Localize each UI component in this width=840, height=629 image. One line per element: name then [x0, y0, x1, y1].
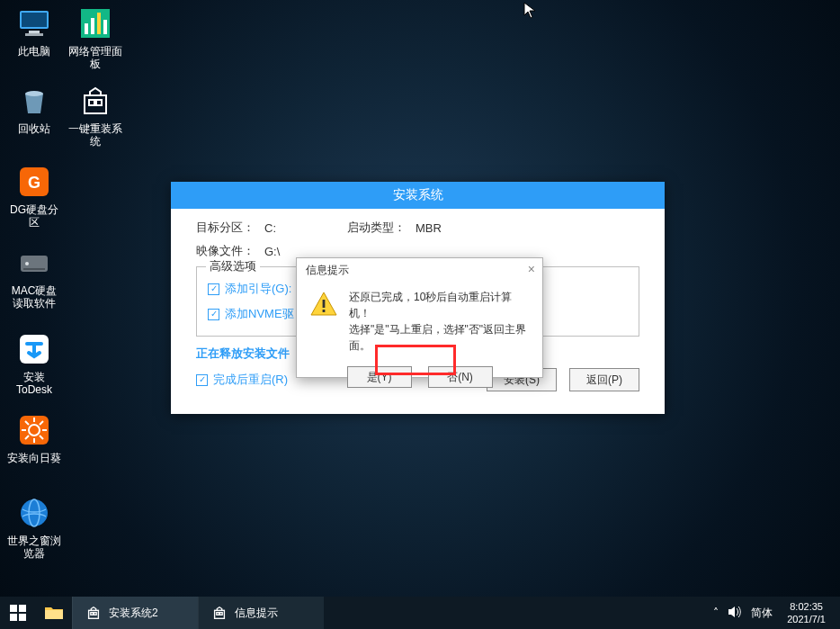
system-tray: ˄ 简体 8:02:35 2021/7/1	[713, 600, 840, 625]
clock-time: 8:02:35	[787, 600, 826, 613]
svg-rect-31	[91, 613, 94, 616]
icon-label: DG硬盘分区	[7, 203, 61, 229]
svg-rect-11	[89, 100, 94, 105]
checkmark-icon: ✓	[196, 374, 208, 386]
boot-type-label: 启动类型：	[347, 220, 410, 236]
yes-button[interactable]: 是(Y)	[347, 366, 412, 388]
svg-rect-1	[22, 13, 47, 27]
sunflower-icon	[16, 412, 52, 448]
recycle-bin-icon	[16, 83, 52, 119]
icon-label: 此电脑	[18, 45, 50, 58]
start-button[interactable]	[0, 597, 36, 629]
svg-rect-29	[45, 610, 63, 619]
svg-rect-23	[323, 300, 326, 308]
desktop-icon-sunflower[interactable]: 安装向日葵	[7, 412, 61, 464]
svg-rect-7	[97, 13, 101, 34]
confirm-dialog: 信息提示 × 还原已完成，10秒后自动重启计算机！ 选择"是"马上重启，选择"否…	[296, 257, 543, 378]
globe-icon	[16, 495, 52, 531]
icon-label: MAC硬盘读取软件	[7, 284, 61, 310]
svg-rect-27	[10, 614, 17, 621]
svg-rect-8	[103, 20, 107, 34]
taskbar: 安装系统2 信息提示 ˄ 简体 8:02:35 2021/7/1	[0, 597, 840, 629]
svg-rect-24	[323, 310, 326, 312]
todesk-icon	[16, 331, 52, 367]
svg-rect-26	[19, 605, 26, 612]
clock[interactable]: 8:02:35 2021/7/1	[782, 600, 831, 625]
checkmark-icon: ✓	[208, 309, 219, 320]
boot-type-value: MBR	[416, 221, 442, 235]
svg-point-16	[25, 262, 29, 265]
windows-icon	[10, 605, 26, 621]
checkmark-icon: ✓	[208, 283, 219, 295]
pc-icon	[16, 5, 52, 41]
checkbox-add-boot[interactable]: ✓ 添加引导(G):	[208, 281, 291, 297]
svg-text:G: G	[28, 174, 40, 192]
svg-rect-12	[96, 100, 102, 105]
taskbar-item-installer[interactable]: 安装系统2	[72, 597, 198, 629]
warning-icon	[309, 289, 338, 319]
taskbar-item-label: 安装系统2	[109, 606, 158, 621]
target-partition-label: 目标分区：	[196, 220, 259, 236]
dialog-line1: 还原已完成，10秒后自动重启计算机！	[349, 289, 530, 321]
desktop-icon-mac-disk[interactable]: MAC硬盘读取软件	[7, 245, 61, 310]
advanced-legend: 高级选项	[206, 258, 260, 274]
svg-rect-32	[94, 613, 96, 616]
taskbar-item-dialog[interactable]: 信息提示	[198, 597, 324, 629]
desktop-icon-recycle-bin[interactable]: 回收站	[7, 83, 61, 135]
folder-icon	[44, 605, 64, 621]
image-file-label: 映像文件：	[196, 243, 259, 259]
svg-rect-17	[23, 268, 45, 270]
svg-rect-6	[91, 18, 94, 34]
desktop-icon-this-pc[interactable]: 此电脑	[7, 5, 61, 58]
desktop-icon-reinstall[interactable]: 一键重装系统	[68, 83, 122, 148]
ime-indicator[interactable]: 简体	[751, 606, 773, 621]
svg-rect-25	[10, 605, 17, 612]
desktop-icon-todesk[interactable]: 安装ToDesk	[7, 331, 61, 396]
taskbar-item-label: 信息提示	[235, 606, 278, 621]
svg-rect-2	[29, 31, 40, 33]
svg-point-9	[25, 91, 43, 96]
mac-disk-icon	[16, 245, 52, 281]
panel-icon	[77, 5, 113, 41]
dialog-title: 信息提示	[306, 263, 349, 278]
target-partition-value: C:	[264, 221, 342, 235]
desktop-icon-network-panel[interactable]: 网络管理面板	[68, 5, 122, 70]
no-button[interactable]: 否(N)	[428, 366, 493, 388]
dg-icon: G	[16, 164, 52, 200]
svg-rect-5	[85, 23, 88, 34]
icon-label: 世界之窗浏览器	[7, 535, 61, 560]
file-explorer-button[interactable]	[36, 597, 72, 629]
checkbox-restart-after[interactable]: ✓ 完成后重启(R)	[196, 372, 288, 388]
svg-rect-28	[19, 614, 26, 621]
icon-label: 回收站	[18, 122, 50, 135]
reinstall-icon	[211, 605, 228, 621]
icon-label: 安装向日葵	[7, 452, 61, 464]
svg-rect-34	[217, 613, 219, 616]
desktop-icon-diskgenius[interactable]: G DG硬盘分区	[7, 164, 61, 229]
reinstall-icon	[77, 83, 113, 119]
dialog-line2: 选择"是"马上重启，选择"否"返回主界面。	[349, 321, 530, 354]
tray-chevron-icon[interactable]: ˄	[713, 607, 719, 619]
desktop-icon-theworld[interactable]: 世界之窗浏览器	[7, 495, 61, 560]
reinstall-icon	[85, 605, 102, 621]
close-icon[interactable]: ×	[528, 262, 535, 276]
svg-rect-3	[25, 33, 43, 36]
icon-label: 一键重装系统	[68, 122, 122, 148]
installer-title: 安装系统	[171, 182, 665, 209]
icon-label: 安装ToDesk	[7, 371, 61, 396]
clock-date: 2021/7/1	[787, 613, 826, 625]
icon-label: 网络管理面板	[68, 45, 122, 70]
back-button[interactable]: 返回(P)	[569, 368, 639, 391]
volume-icon[interactable]	[728, 606, 742, 621]
svg-point-21	[21, 499, 48, 526]
image-file-value: G:\	[264, 245, 280, 258]
svg-rect-35	[219, 613, 222, 616]
